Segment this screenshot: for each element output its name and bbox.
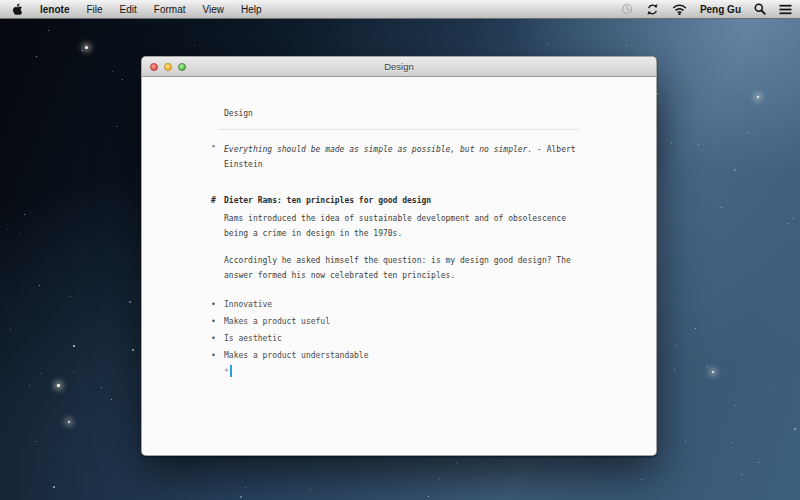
menu-item-format[interactable]: Format (154, 0, 186, 19)
paragraph-text: Accordingly he asked himself the questio… (224, 253, 582, 283)
quote-block: " Everything should be made as simple as… (211, 142, 656, 172)
menu-item-help[interactable]: Help (241, 0, 262, 19)
star (671, 143, 672, 144)
pending-bullet-marker: * (224, 368, 229, 377)
paragraph-text: Rams introduced the idea of sustainable … (224, 211, 582, 241)
title-marker-gutter (211, 108, 224, 119)
heading-block: # Dieter Rams: ten principles for good d… (211, 193, 656, 208)
doc-title: Design (224, 108, 582, 119)
bullet-text: Innovative (224, 296, 582, 313)
bullet-marker: • (211, 347, 224, 364)
title-divider (218, 129, 579, 130)
menu-item-file[interactable]: File (86, 0, 102, 19)
bullet-marker: • (211, 296, 224, 313)
star (707, 366, 708, 367)
bullet-marker: • (211, 313, 224, 330)
bullet-item: • Innovative (211, 296, 656, 313)
menu-item-view[interactable]: View (202, 0, 224, 19)
bright-star (757, 96, 759, 98)
heading-marker: # (211, 193, 224, 208)
star (612, 485, 613, 486)
heading-text: Dieter Rams: ten principles for good des… (224, 193, 582, 208)
bullet-text: Makes a product understandable (224, 347, 582, 364)
star (73, 345, 75, 347)
menu-item-edit[interactable]: Edit (120, 0, 137, 19)
notification-center-icon[interactable] (779, 4, 792, 15)
user-menu[interactable]: Peng Gu (700, 0, 741, 19)
star (793, 218, 794, 219)
star (747, 132, 748, 133)
star (7, 229, 8, 230)
bright-star (57, 384, 60, 387)
paragraph: Rams introduced the idea of sustainable … (211, 211, 656, 241)
wifi-icon[interactable] (672, 4, 687, 15)
bullet-item: • Makes a product useful (211, 313, 656, 330)
quote-marker: " (211, 142, 224, 172)
quote-text: Everything should be made as simple as p… (224, 145, 532, 154)
bullet-item: • Makes a product understandable (211, 347, 656, 364)
bullet-text: Makes a product useful (224, 313, 582, 330)
bullet-item: • Is aesthetic (211, 330, 656, 347)
star (111, 399, 112, 400)
star (767, 385, 768, 386)
menu-bar: lenote File Edit Format View Help (0, 0, 800, 19)
star (734, 169, 736, 171)
bright-star (85, 46, 88, 49)
star (547, 43, 548, 44)
bright-star (712, 371, 714, 373)
bullet-text: Is aesthetic (224, 330, 582, 347)
star (112, 71, 113, 72)
bright-star (68, 421, 70, 423)
title-bar[interactable]: Design (142, 57, 656, 77)
star (675, 345, 676, 346)
note-editor[interactable]: Design " Everything should be made as si… (142, 77, 656, 456)
active-edit-line: * (211, 365, 656, 380)
spotlight-icon[interactable] (754, 3, 766, 15)
app-menu-lenote[interactable]: lenote (40, 0, 69, 19)
time-machine-icon[interactable] (621, 3, 633, 15)
bullet-marker: • (211, 330, 224, 347)
text-caret (230, 365, 232, 377)
bullet-list: • Innovative • Makes a product useful • … (211, 296, 656, 364)
star (35, 441, 36, 442)
paragraph: Accordingly he asked himself the questio… (211, 253, 656, 283)
apple-menu-icon[interactable] (12, 3, 23, 16)
sync-icon[interactable] (646, 3, 659, 16)
star (695, 328, 696, 329)
star (698, 144, 699, 145)
window-title: Design (142, 61, 656, 72)
star (794, 428, 796, 430)
star (641, 479, 642, 480)
app-window: Design Design " Everything should be mad… (141, 56, 657, 456)
star (731, 442, 732, 443)
star (456, 462, 458, 464)
